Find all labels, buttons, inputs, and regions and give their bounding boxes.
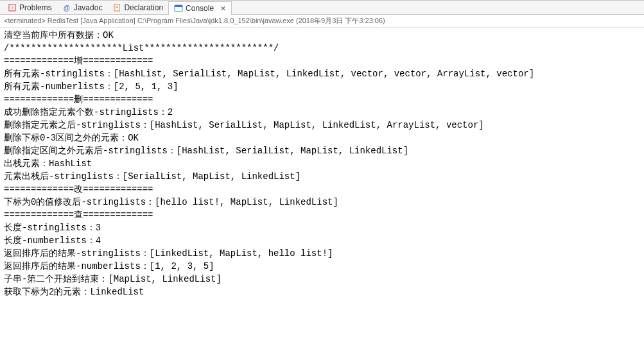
tab-label: Console [186, 4, 214, 13]
console-icon [174, 4, 183, 13]
console-line: 删除指定区间之外元素后-stringlists：[HashList, Seria… [4, 144, 640, 157]
console-line: 清空当前库中所有数据：OK [4, 29, 640, 42]
declaration-icon [112, 3, 121, 12]
tab-declaration[interactable]: Declaration [107, 1, 168, 14]
tab-javadoc[interactable]: @ Javadoc [57, 1, 108, 14]
console-line: 元素出栈后-stringlists：[SerialList, MapList, … [4, 170, 640, 183]
svg-rect-7 [175, 5, 182, 7]
tab-problems[interactable]: ! Problems [3, 1, 57, 14]
problems-icon: ! [8, 3, 17, 12]
console-line: =============删============= [4, 93, 640, 106]
console-line: 成功删除指定元素个数-stringlists：2 [4, 106, 640, 119]
console-line: /*********************List**************… [4, 42, 640, 55]
console-line: 返回排序后的结果-stringlists：[LinkedList, MapLis… [4, 247, 640, 260]
console-line: 子串-第二个开始到结束：[MapList, LinkedList] [4, 273, 640, 286]
view-tabbar: ! Problems @ Javadoc Declaration Console… [0, 1, 644, 15]
close-icon[interactable]: ✕ [220, 4, 226, 13]
tab-label: Javadoc [74, 3, 103, 12]
console-line: 长度-stringlists：3 [4, 221, 640, 234]
console-line: 所有元素-stringlists：[HashList, SerialList, … [4, 67, 640, 80]
tab-label: Problems [19, 3, 52, 12]
console-line: 删除下标0-3区间之外的元素：OK [4, 132, 640, 144]
launch-status: <terminated> RedisTest [Java Application… [0, 15, 644, 28]
console-line: =============增============= [4, 55, 640, 67]
console-line: =============改============= [4, 183, 640, 196]
console-output: 清空当前库中所有数据：OK/*********************List*… [0, 28, 644, 300]
svg-text:!: ! [12, 5, 13, 11]
console-line: 长度-numberlists：4 [4, 234, 640, 247]
tab-console[interactable]: Console ✕ [168, 1, 232, 15]
console-line: 获取下标为2的元素：LinkedList [4, 286, 640, 298]
console-line: 删除指定元素之后-stringlists：[HashList, SerialLi… [4, 119, 640, 132]
console-line: 返回排序后的结果-numberlists：[1, 2, 3, 5] [4, 260, 640, 273]
console-line: =============查============= [4, 209, 640, 221]
tab-label: Declaration [124, 3, 163, 12]
console-line: 下标为0的值修改后-stringlists：[hello list!, MapL… [4, 196, 640, 209]
svg-text:@: @ [64, 4, 70, 12]
javadoc-icon: @ [62, 3, 71, 12]
console-line: 出栈元素：HashList [4, 157, 640, 170]
console-line: 所有元素-numberlists：[2, 5, 1, 3] [4, 80, 640, 93]
